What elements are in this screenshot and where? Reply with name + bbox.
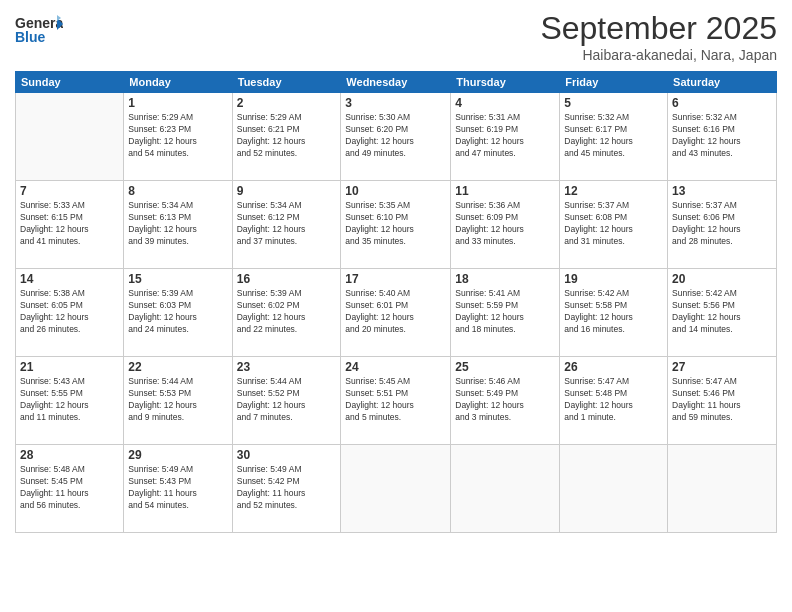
table-row: 29Sunrise: 5:49 AM Sunset: 5:43 PM Dayli… [124,445,232,533]
calendar-header: Sunday Monday Tuesday Wednesday Thursday… [16,72,777,93]
day-info: Sunrise: 5:43 AM Sunset: 5:55 PM Dayligh… [20,376,119,424]
friday-header: Friday [560,72,668,93]
table-row: 13Sunrise: 5:37 AM Sunset: 6:06 PM Dayli… [668,181,777,269]
wednesday-header: Wednesday [341,72,451,93]
day-number: 28 [20,448,119,462]
day-info: Sunrise: 5:34 AM Sunset: 6:13 PM Dayligh… [128,200,227,248]
table-row: 15Sunrise: 5:39 AM Sunset: 6:03 PM Dayli… [124,269,232,357]
table-row: 25Sunrise: 5:46 AM Sunset: 5:49 PM Dayli… [451,357,560,445]
day-number: 30 [237,448,337,462]
day-number: 16 [237,272,337,286]
day-info: Sunrise: 5:44 AM Sunset: 5:53 PM Dayligh… [128,376,227,424]
day-info: Sunrise: 5:47 AM Sunset: 5:48 PM Dayligh… [564,376,663,424]
table-row: 22Sunrise: 5:44 AM Sunset: 5:53 PM Dayli… [124,357,232,445]
table-row: 2Sunrise: 5:29 AM Sunset: 6:21 PM Daylig… [232,93,341,181]
table-row: 3Sunrise: 5:30 AM Sunset: 6:20 PM Daylig… [341,93,451,181]
table-row: 10Sunrise: 5:35 AM Sunset: 6:10 PM Dayli… [341,181,451,269]
day-info: Sunrise: 5:44 AM Sunset: 5:52 PM Dayligh… [237,376,337,424]
day-number: 22 [128,360,227,374]
day-info: Sunrise: 5:29 AM Sunset: 6:23 PM Dayligh… [128,112,227,160]
tuesday-header: Tuesday [232,72,341,93]
calendar-table: Sunday Monday Tuesday Wednesday Thursday… [15,71,777,533]
day-number: 27 [672,360,772,374]
day-info: Sunrise: 5:42 AM Sunset: 5:56 PM Dayligh… [672,288,772,336]
day-number: 10 [345,184,446,198]
table-row: 21Sunrise: 5:43 AM Sunset: 5:55 PM Dayli… [16,357,124,445]
day-info: Sunrise: 5:38 AM Sunset: 6:05 PM Dayligh… [20,288,119,336]
day-info: Sunrise: 5:34 AM Sunset: 6:12 PM Dayligh… [237,200,337,248]
table-row: 23Sunrise: 5:44 AM Sunset: 5:52 PM Dayli… [232,357,341,445]
day-info: Sunrise: 5:40 AM Sunset: 6:01 PM Dayligh… [345,288,446,336]
sunday-header: Sunday [16,72,124,93]
table-row: 17Sunrise: 5:40 AM Sunset: 6:01 PM Dayli… [341,269,451,357]
table-row [341,445,451,533]
day-number: 15 [128,272,227,286]
table-row [16,93,124,181]
day-number: 2 [237,96,337,110]
table-row: 7Sunrise: 5:33 AM Sunset: 6:15 PM Daylig… [16,181,124,269]
logo: General Blue [15,10,63,54]
table-row: 5Sunrise: 5:32 AM Sunset: 6:17 PM Daylig… [560,93,668,181]
day-info: Sunrise: 5:32 AM Sunset: 6:17 PM Dayligh… [564,112,663,160]
table-row: 16Sunrise: 5:39 AM Sunset: 6:02 PM Dayli… [232,269,341,357]
title-block: September 2025 Haibara-akanedai, Nara, J… [540,10,777,63]
days-row: Sunday Monday Tuesday Wednesday Thursday… [16,72,777,93]
day-number: 23 [237,360,337,374]
day-number: 20 [672,272,772,286]
day-number: 11 [455,184,555,198]
table-row [451,445,560,533]
day-number: 18 [455,272,555,286]
day-info: Sunrise: 5:45 AM Sunset: 5:51 PM Dayligh… [345,376,446,424]
day-info: Sunrise: 5:37 AM Sunset: 6:08 PM Dayligh… [564,200,663,248]
day-number: 14 [20,272,119,286]
table-row: 9Sunrise: 5:34 AM Sunset: 6:12 PM Daylig… [232,181,341,269]
day-number: 7 [20,184,119,198]
day-number: 19 [564,272,663,286]
day-info: Sunrise: 5:32 AM Sunset: 6:16 PM Dayligh… [672,112,772,160]
table-row: 12Sunrise: 5:37 AM Sunset: 6:08 PM Dayli… [560,181,668,269]
day-number: 26 [564,360,663,374]
table-row: 30Sunrise: 5:49 AM Sunset: 5:42 PM Dayli… [232,445,341,533]
day-info: Sunrise: 5:48 AM Sunset: 5:45 PM Dayligh… [20,464,119,512]
day-number: 8 [128,184,227,198]
day-info: Sunrise: 5:42 AM Sunset: 5:58 PM Dayligh… [564,288,663,336]
table-row [560,445,668,533]
day-info: Sunrise: 5:35 AM Sunset: 6:10 PM Dayligh… [345,200,446,248]
table-row: 27Sunrise: 5:47 AM Sunset: 5:46 PM Dayli… [668,357,777,445]
day-number: 3 [345,96,446,110]
day-info: Sunrise: 5:30 AM Sunset: 6:20 PM Dayligh… [345,112,446,160]
table-row: 18Sunrise: 5:41 AM Sunset: 5:59 PM Dayli… [451,269,560,357]
day-info: Sunrise: 5:39 AM Sunset: 6:02 PM Dayligh… [237,288,337,336]
day-number: 25 [455,360,555,374]
table-row: 14Sunrise: 5:38 AM Sunset: 6:05 PM Dayli… [16,269,124,357]
day-number: 13 [672,184,772,198]
table-row: 26Sunrise: 5:47 AM Sunset: 5:48 PM Dayli… [560,357,668,445]
day-info: Sunrise: 5:29 AM Sunset: 6:21 PM Dayligh… [237,112,337,160]
day-info: Sunrise: 5:46 AM Sunset: 5:49 PM Dayligh… [455,376,555,424]
table-row: 11Sunrise: 5:36 AM Sunset: 6:09 PM Dayli… [451,181,560,269]
day-number: 6 [672,96,772,110]
logo-icon: General Blue [15,10,63,50]
day-info: Sunrise: 5:49 AM Sunset: 5:42 PM Dayligh… [237,464,337,512]
table-row: 24Sunrise: 5:45 AM Sunset: 5:51 PM Dayli… [341,357,451,445]
day-info: Sunrise: 5:36 AM Sunset: 6:09 PM Dayligh… [455,200,555,248]
saturday-header: Saturday [668,72,777,93]
day-info: Sunrise: 5:39 AM Sunset: 6:03 PM Dayligh… [128,288,227,336]
table-row: 19Sunrise: 5:42 AM Sunset: 5:58 PM Dayli… [560,269,668,357]
table-row: 20Sunrise: 5:42 AM Sunset: 5:56 PM Dayli… [668,269,777,357]
calendar-body: 1Sunrise: 5:29 AM Sunset: 6:23 PM Daylig… [16,93,777,533]
day-number: 4 [455,96,555,110]
day-info: Sunrise: 5:41 AM Sunset: 5:59 PM Dayligh… [455,288,555,336]
table-row: 28Sunrise: 5:48 AM Sunset: 5:45 PM Dayli… [16,445,124,533]
table-row: 6Sunrise: 5:32 AM Sunset: 6:16 PM Daylig… [668,93,777,181]
day-info: Sunrise: 5:37 AM Sunset: 6:06 PM Dayligh… [672,200,772,248]
table-row: 1Sunrise: 5:29 AM Sunset: 6:23 PM Daylig… [124,93,232,181]
table-row [668,445,777,533]
location: Haibara-akanedai, Nara, Japan [540,47,777,63]
svg-text:Blue: Blue [15,29,46,45]
table-row: 4Sunrise: 5:31 AM Sunset: 6:19 PM Daylig… [451,93,560,181]
monday-header: Monday [124,72,232,93]
day-number: 5 [564,96,663,110]
day-number: 21 [20,360,119,374]
day-number: 24 [345,360,446,374]
